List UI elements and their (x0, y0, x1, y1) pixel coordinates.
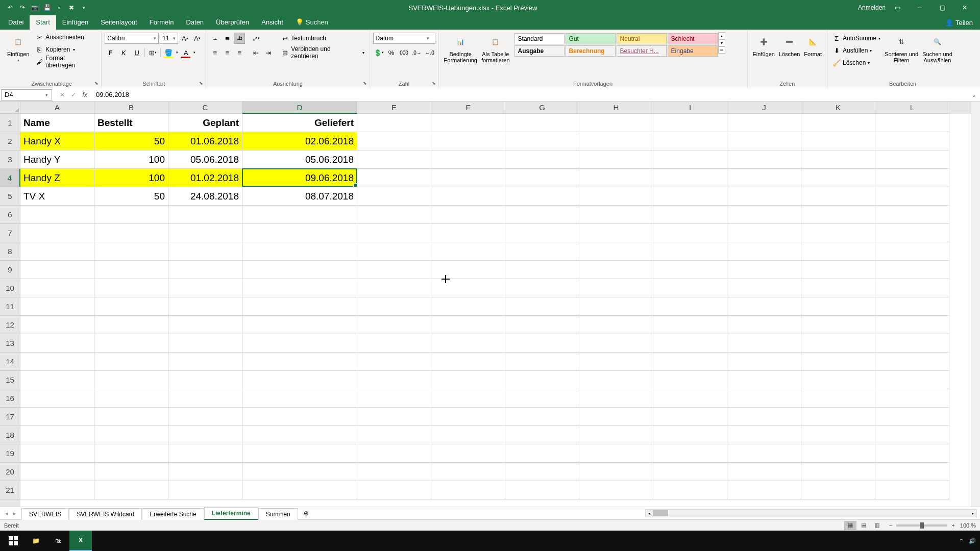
cell[interactable] (653, 169, 727, 187)
cell[interactable] (801, 242, 875, 261)
sheet-tab[interactable]: SVERWEIS (21, 508, 69, 520)
cell[interactable] (727, 316, 801, 334)
cell[interactable] (653, 316, 727, 334)
row-header[interactable]: 11 (0, 297, 20, 316)
cell[interactable] (579, 169, 653, 187)
tab-seitenlayout[interactable]: Seitenlayout (94, 15, 143, 30)
row-header[interactable]: 12 (0, 316, 20, 334)
cell[interactable] (94, 316, 168, 334)
loeschen-button[interactable]: 🧹Löschen▾ (830, 57, 883, 68)
cell[interactable] (431, 132, 505, 151)
store-icon[interactable]: 🛍 (47, 531, 69, 551)
cell[interactable] (727, 187, 801, 206)
ausschneiden-button[interactable]: ✂Ausschneiden (33, 32, 98, 43)
schriftart-launcher[interactable]: ⬊ (198, 80, 205, 87)
sign-in-link[interactable]: Anmelden (858, 4, 886, 11)
undo-icon[interactable]: ↶ (6, 4, 14, 12)
column-header[interactable]: L (875, 102, 949, 114)
cell[interactable] (653, 444, 727, 463)
cell[interactable] (727, 371, 801, 389)
cell[interactable] (579, 426, 653, 444)
row-header[interactable]: 6 (0, 206, 20, 224)
column-header[interactable]: G (505, 102, 579, 114)
cell[interactable]: 01.06.2018 (168, 132, 242, 151)
cell[interactable] (875, 389, 949, 408)
cell[interactable] (801, 444, 875, 463)
cell[interactable] (168, 444, 242, 463)
cell[interactable] (505, 132, 579, 151)
cell[interactable] (579, 242, 653, 261)
tab-suchen[interactable]: 💡Suchen (289, 15, 334, 30)
cell[interactable] (653, 371, 727, 389)
font-size-combo[interactable]: ▾ (160, 33, 178, 44)
cell[interactable] (875, 261, 949, 279)
cell[interactable] (94, 224, 168, 242)
format-uebertragen-button[interactable]: 🖌Format übertragen (33, 56, 98, 67)
cell[interactable] (357, 261, 431, 279)
cell[interactable] (242, 389, 357, 408)
column-header[interactable]: D (242, 102, 357, 114)
cell[interactable]: 100 (94, 169, 168, 187)
cell[interactable]: 05.06.2018 (168, 151, 242, 169)
cell[interactable] (431, 224, 505, 242)
share-button[interactable]: 👤Teilen (940, 16, 978, 30)
orientation-icon[interactable]: ⤢▾ (250, 33, 261, 44)
zoom-level[interactable]: 100 % (960, 522, 976, 529)
cell[interactable] (168, 481, 242, 499)
cell[interactable] (801, 132, 875, 151)
column-header[interactable]: F (431, 102, 505, 114)
cell[interactable] (431, 389, 505, 408)
cell[interactable] (653, 242, 727, 261)
cell[interactable] (801, 206, 875, 224)
cell[interactable] (357, 408, 431, 426)
cell[interactable] (801, 169, 875, 187)
style-besuchter[interactable]: Besuchter H... (617, 45, 667, 57)
thousands-icon[interactable]: 000 (399, 47, 410, 58)
cell[interactable] (242, 242, 357, 261)
cell[interactable] (94, 261, 168, 279)
cell[interactable] (20, 481, 94, 499)
cell[interactable] (727, 132, 801, 151)
accounting-icon[interactable]: 💲▾ (373, 47, 384, 58)
italic-icon[interactable]: K (118, 47, 129, 58)
select-all-corner[interactable] (0, 102, 20, 114)
row-header[interactable]: 7 (0, 224, 20, 242)
cell[interactable]: Geplant (168, 114, 242, 132)
row-header[interactable]: 4 (0, 169, 20, 187)
cell[interactable]: TV X (20, 187, 94, 206)
save-icon[interactable]: 💾 (43, 4, 51, 12)
cell[interactable] (431, 316, 505, 334)
cell[interactable] (505, 353, 579, 371)
cell[interactable] (431, 114, 505, 132)
cell[interactable] (875, 279, 949, 297)
sheet-nav-first[interactable]: ◂ (3, 510, 10, 517)
sheet-add-button[interactable]: ⊕ (300, 508, 312, 518)
cell[interactable] (168, 408, 242, 426)
cell[interactable] (653, 426, 727, 444)
cell[interactable] (168, 463, 242, 481)
cell[interactable] (875, 114, 949, 132)
row-header[interactable]: 5 (0, 187, 20, 206)
cell[interactable] (875, 206, 949, 224)
fill-color-icon[interactable]: 🪣 (163, 47, 174, 58)
cell[interactable] (801, 371, 875, 389)
row-header[interactable]: 15 (0, 371, 20, 389)
maximize-button[interactable]: ▢ (932, 2, 952, 13)
cell[interactable] (653, 151, 727, 169)
view-page-break-icon[interactable]: ▥ (871, 521, 883, 530)
cell[interactable] (801, 114, 875, 132)
cell[interactable] (20, 408, 94, 426)
cell[interactable]: 05.06.2018 (242, 151, 357, 169)
cell[interactable] (579, 151, 653, 169)
cell[interactable] (801, 151, 875, 169)
column-header[interactable]: B (94, 102, 168, 114)
cell[interactable] (801, 187, 875, 206)
cell[interactable] (357, 463, 431, 481)
style-gallery-scroller[interactable]: ▴▾═ (718, 32, 726, 54)
cell[interactable] (653, 114, 727, 132)
tray-volume-icon[interactable]: 🔊 (969, 538, 976, 544)
sheet-tab[interactable]: Liefertermine (204, 507, 258, 520)
cell[interactable] (431, 206, 505, 224)
cell[interactable] (431, 334, 505, 353)
cell[interactable] (94, 334, 168, 353)
